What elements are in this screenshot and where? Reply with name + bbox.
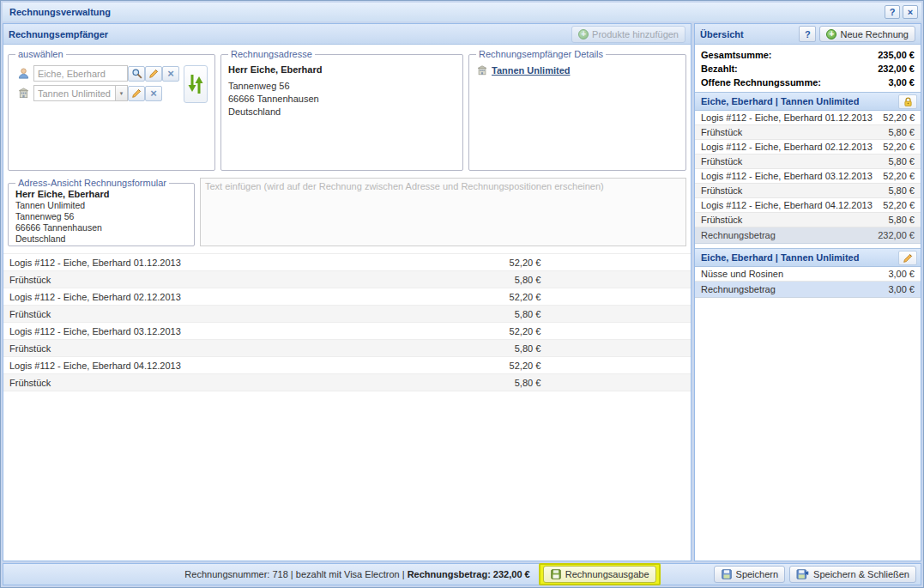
item-label: Logis #112 - Eiche, Eberhard 01.12.2013 bbox=[9, 258, 405, 268]
address-view-line: Tannenweg 56 bbox=[15, 211, 187, 222]
save-label: Speichern bbox=[736, 569, 779, 579]
recipient-panel-header: Rechnungsempfänger + Produkte hinzufügen bbox=[3, 24, 691, 45]
item-label: Frühstück bbox=[701, 127, 888, 137]
invoice2-items: Nüsse und Rosinen3,00 € bbox=[695, 267, 921, 282]
invoice-note-textarea[interactable] bbox=[200, 178, 686, 246]
overview-panel: Übersicht ? + Neue Rechnung Gesamtsumme:… bbox=[694, 23, 921, 561]
chevron-down-icon[interactable]: ▼ bbox=[115, 85, 128, 101]
address-view-line: Tannen Unlimited bbox=[15, 200, 187, 211]
table-row[interactable]: Frühstück5,80 € bbox=[3, 374, 691, 391]
item-price: 5,80 € bbox=[888, 215, 915, 225]
total-label: Gesamtsumme: bbox=[701, 50, 772, 60]
fieldset-row-top: auswählen bbox=[8, 49, 686, 171]
table-row[interactable]: Logis #112 - Eiche, Eberhard 03.12.20135… bbox=[3, 323, 691, 340]
add-products-label: Produkte hinzufügen bbox=[592, 29, 679, 39]
table-row[interactable]: Frühstück5,80 € bbox=[3, 340, 691, 357]
item-price: 52,20 € bbox=[405, 258, 541, 268]
new-invoice-button[interactable]: + Neue Rechnung bbox=[819, 26, 915, 42]
search-icon bbox=[131, 68, 142, 79]
select-fieldset: auswählen bbox=[8, 49, 215, 171]
invoice1-total-row: Rechnungsbetrag 232,00 € bbox=[695, 227, 921, 244]
invoice-edit-button[interactable] bbox=[898, 251, 917, 265]
table-row[interactable]: Frühstück5,80 € bbox=[3, 271, 691, 288]
floppy-close-icon bbox=[796, 568, 810, 580]
guest-search-button[interactable] bbox=[128, 66, 145, 82]
recipient-details-link[interactable]: Tannen Unlimited bbox=[492, 65, 570, 76]
item-price: 5,80 € bbox=[405, 378, 541, 388]
close-button[interactable]: × bbox=[903, 5, 918, 19]
item-label: Logis #112 - Eiche, Eberhard 03.12.2013 bbox=[701, 171, 883, 181]
invoice-output-label: Rechnungsausgabe bbox=[565, 569, 649, 579]
invoice-locked-button[interactable] bbox=[898, 94, 917, 109]
plus-icon: + bbox=[826, 29, 836, 39]
list-item[interactable]: Logis #112 - Eiche, Eberhard 03.12.20135… bbox=[695, 169, 921, 184]
total-value: 235,00 € bbox=[878, 50, 915, 60]
list-item[interactable]: Frühstück5,80 € bbox=[695, 184, 921, 198]
invoice-address-name: Herr Eiche, Eberhard bbox=[228, 64, 456, 75]
table-row[interactable]: Logis #112 - Eiche, Eberhard 01.12.20135… bbox=[3, 254, 691, 271]
list-item[interactable]: Frühstück5,80 € bbox=[695, 213, 921, 227]
list-item[interactable]: Frühstück5,80 € bbox=[695, 155, 921, 169]
recipient-details-fieldset: Rechnungsempfänger Details Tannen Unlimi… bbox=[468, 49, 686, 171]
recipient-details-legend: Rechnungsempfänger Details bbox=[476, 49, 606, 59]
list-item[interactable]: Frühstück5,80 € bbox=[695, 125, 921, 140]
invoice-address-fieldset: Rechnungsadresse Herr Eiche, Eberhard Ta… bbox=[220, 49, 463, 171]
swap-recipient-button[interactable] bbox=[184, 65, 208, 103]
save-close-label: Speichern & Schließen bbox=[813, 569, 909, 579]
recipient-panel-title: Rechnungsempfänger bbox=[9, 29, 108, 39]
address-view-name: Herr Eiche, Eberhard bbox=[15, 189, 187, 199]
save-button[interactable]: Speichern bbox=[714, 566, 786, 583]
total-row: Bezahlt:232,00 € bbox=[701, 62, 915, 76]
item-label: Logis #112 - Eiche, Eberhard 04.12.2013 bbox=[701, 200, 883, 210]
invoice-management-window: Rechnungsverwaltung ? × Rechnungsempfäng… bbox=[0, 0, 924, 588]
item-price: 5,80 € bbox=[405, 275, 541, 285]
invoice-section-header[interactable]: Eiche, Eberhard | Tannen Unlimited bbox=[695, 92, 921, 111]
address-view-fieldset: Adress-Ansicht Rechnungsformular Herr Ei… bbox=[8, 178, 195, 246]
company-remove-button[interactable]: × bbox=[145, 86, 162, 101]
overview-help-button[interactable]: ? bbox=[799, 26, 816, 42]
company-select-field[interactable] bbox=[33, 85, 116, 101]
invoice-total-value: 232,00 € bbox=[878, 230, 915, 240]
company-edit-button[interactable] bbox=[128, 86, 145, 101]
lock-icon bbox=[903, 96, 914, 107]
item-price: 5,80 € bbox=[888, 156, 915, 167]
table-row[interactable]: Logis #112 - Eiche, Eberhard 04.12.20135… bbox=[3, 357, 691, 374]
item-label: Logis #112 - Eiche, Eberhard 02.12.2013 bbox=[9, 292, 405, 302]
help-icon: ? bbox=[890, 8, 896, 17]
address-view-legend: Adress-Ansicht Rechnungsformular bbox=[15, 178, 169, 188]
total-label: Bezahlt: bbox=[701, 64, 738, 74]
add-products-button[interactable]: + Produkte hinzufügen bbox=[571, 26, 685, 43]
item-label: Nüsse und Rosinen bbox=[701, 269, 888, 279]
item-price: 52,20 € bbox=[405, 292, 541, 302]
item-label: Frühstück bbox=[9, 309, 405, 319]
invoice-output-button[interactable]: Rechnungsausgabe bbox=[543, 566, 656, 583]
save-close-button[interactable]: Speichern & Schließen bbox=[789, 566, 916, 583]
list-item[interactable]: Nüsse und Rosinen3,00 € bbox=[695, 267, 921, 282]
close-icon: × bbox=[908, 8, 913, 17]
list-item[interactable]: Logis #112 - Eiche, Eberhard 01.12.20135… bbox=[695, 111, 921, 125]
help-button[interactable]: ? bbox=[885, 5, 900, 19]
list-item[interactable]: Logis #112 - Eiche, Eberhard 04.12.20135… bbox=[695, 198, 921, 213]
overview-totals: Gesamtsumme:235,00 € Bezahlt:232,00 € Of… bbox=[695, 45, 921, 92]
floppy-icon bbox=[550, 568, 562, 580]
invoice-total-value: 3,00 € bbox=[888, 284, 915, 294]
pencil-icon bbox=[148, 68, 160, 79]
table-row[interactable]: Logis #112 - Eiche, Eberhard 02.12.20135… bbox=[3, 288, 691, 306]
guest-select-field[interactable] bbox=[33, 65, 128, 82]
list-item[interactable]: Logis #112 - Eiche, Eberhard 02.12.20135… bbox=[695, 140, 921, 155]
invoice1-items: Logis #112 - Eiche, Eberhard 01.12.20135… bbox=[695, 111, 921, 227]
table-row[interactable]: Frühstück5,80 € bbox=[3, 306, 691, 323]
window-title: Rechnungsverwaltung bbox=[9, 7, 111, 17]
swap-icon bbox=[187, 70, 204, 99]
item-label: Frühstück bbox=[9, 378, 405, 388]
cross-icon: × bbox=[167, 68, 174, 79]
overview-body: Gesamtsumme:235,00 € Bezahlt:232,00 € Of… bbox=[695, 45, 921, 561]
guest-remove-button[interactable]: × bbox=[162, 66, 179, 82]
invoice-section-header[interactable]: Eiche, Eberhard | Tannen Unlimited bbox=[695, 248, 921, 267]
invoice-status-text: Rechnungsnummer: 718 | bezahlt mit Visa … bbox=[184, 569, 529, 579]
guest-edit-button[interactable] bbox=[145, 66, 162, 82]
item-price: 52,20 € bbox=[405, 326, 541, 336]
invoice-address-legend: Rechnungsadresse bbox=[228, 49, 315, 59]
invoice-total-label: Rechnungsbetrag bbox=[701, 230, 878, 240]
status-prefix: Rechnungsnummer: 718 | bezahlt mit Visa … bbox=[184, 569, 407, 579]
